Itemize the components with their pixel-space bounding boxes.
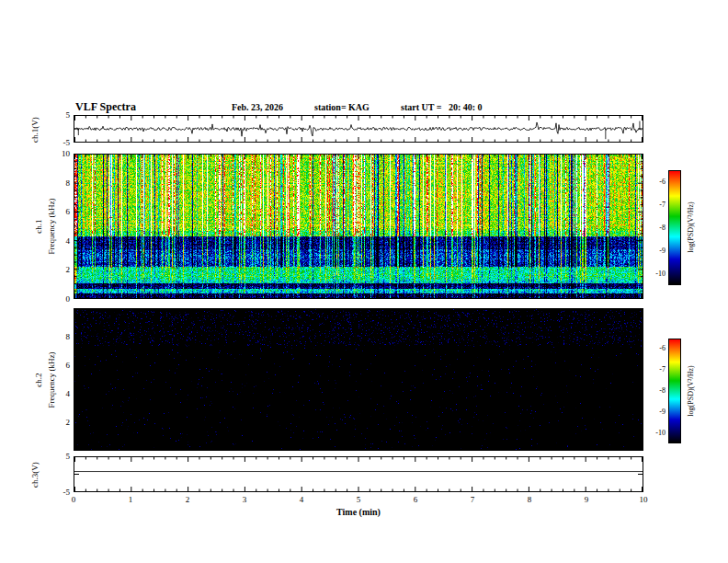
x-tick-label: 9	[579, 495, 594, 504]
ch2-frequency-tick-label: 2	[53, 418, 70, 427]
ch1-frequency-tick-label: 8	[53, 178, 70, 188]
header-station: station= KAG	[314, 102, 370, 112]
ch2-channel-label: ch.2	[34, 373, 43, 386]
ch1-channel-label: ch.1	[34, 219, 43, 233]
x-tick-label: 5	[351, 495, 366, 504]
x-tick-label: 3	[237, 495, 252, 504]
x-axis-label: Time (min)	[74, 507, 643, 517]
ch3-voltage-tick-label: 5	[51, 452, 70, 461]
colorbar-tick-label: -8	[646, 386, 665, 396]
x-tick-label: 1	[123, 495, 138, 504]
x-tick-label: 6	[408, 495, 423, 504]
x-tick-label: 8	[522, 495, 537, 504]
colorbar-tick-label: -6	[646, 344, 665, 353]
colorbar-tick-label: -7	[646, 201, 665, 210]
ch2-frequency-tick-label: 4	[53, 389, 70, 398]
ch1-frequency-tick-label: 0	[53, 294, 70, 304]
colorbar-ch1-gradient	[668, 170, 681, 285]
header-date: Feb. 23, 2026	[232, 102, 283, 112]
x-tick-label: 2	[180, 495, 195, 504]
ch1-voltage-tick-label: -5	[51, 138, 70, 147]
ch1-spectrogram-plot	[74, 154, 643, 299]
colorbar-ch2-label: log(PSD)(V²/Hz)	[687, 365, 695, 416]
colorbar-ch1-label: log(PSD)(V²/Hz)	[687, 201, 695, 252]
ch2-frequency-tick-label: 6	[53, 361, 70, 370]
ch3-voltage-tick-label: -5	[51, 488, 70, 497]
colorbar-tick-label: -8	[646, 224, 665, 233]
ch1-frequency-tick-label: 6	[53, 207, 70, 216]
colorbar-ch2-gradient	[668, 339, 681, 443]
ch3-waveform-plot	[74, 456, 643, 492]
colorbar-tick-label: -9	[646, 408, 665, 417]
ch3-voltage-axis-label: ch.3(V)	[30, 462, 40, 488]
ch1-voltage-axis-label: ch.1(V)	[30, 117, 40, 143]
ch1-waveform-plot	[74, 115, 643, 143]
colorbar-tick-label: -9	[646, 247, 665, 256]
colorbar-tick-label: -10	[646, 429, 665, 438]
vlf-spectra-figure: VLF Spectra Feb. 23, 2026 station= KAG s…	[0, 0, 728, 563]
figure-title: VLF Spectra	[75, 100, 136, 114]
header-start-ut: start UT = 20: 40: 0	[401, 102, 483, 112]
ch1-frequency-tick-label: 2	[53, 265, 70, 274]
colorbar-tick-label: -6	[646, 178, 665, 187]
colorbar-tick-label: -7	[646, 365, 665, 374]
ch2-spectrogram-plot	[74, 308, 643, 451]
x-tick-label: 7	[465, 495, 480, 504]
colorbar-tick-label: -10	[646, 270, 665, 279]
ch1-frequency-tick-label: 4	[53, 236, 70, 246]
x-tick-label: 10	[636, 495, 651, 504]
x-tick-label: 4	[294, 495, 309, 504]
ch2-frequency-tick-label: 8	[53, 332, 70, 341]
ch1-voltage-tick-label: 5	[51, 110, 70, 120]
ch1-frequency-tick-label: 10	[53, 149, 70, 158]
